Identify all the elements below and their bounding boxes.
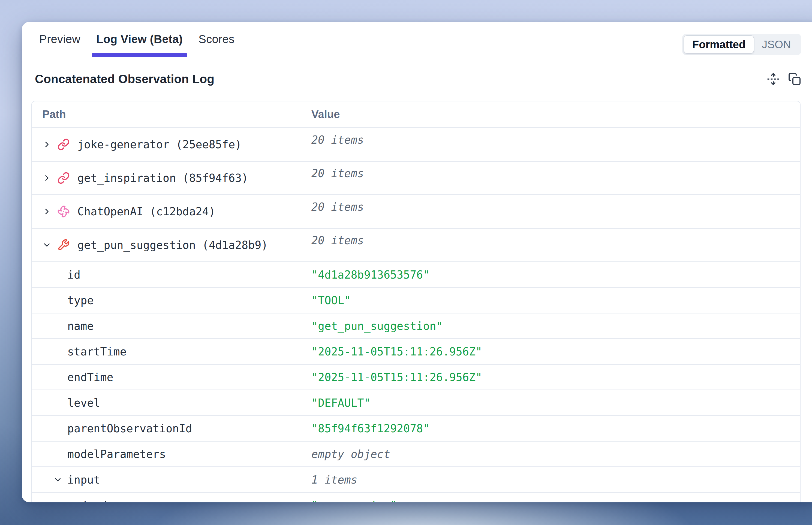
value-text: "get_pun_suggestion" [311, 320, 443, 332]
path-label: endTime [67, 371, 114, 384]
observation-log-table: Path Value joke-generator (25ee85fe) 20 … [31, 101, 800, 502]
chevron-right-icon[interactable] [42, 139, 53, 150]
table-row[interactable]: level "DEFAULT" [32, 390, 800, 415]
column-header-value: Value [311, 108, 340, 120]
table-row[interactable]: input 1 items [32, 466, 800, 492]
path-label: level [67, 396, 100, 409]
link-icon [57, 138, 70, 151]
value-text: 20 items [311, 134, 364, 146]
value-text: "4d1a28b913653576" [311, 269, 429, 281]
value-text: "85f94f63f1292078" [311, 422, 429, 435]
log-view-panel: PreviewLog View (Beta)Scores FormattedJS… [22, 22, 812, 502]
path-label: id [67, 269, 80, 281]
table-row[interactable]: topic "programming" [32, 492, 800, 502]
table-row[interactable]: endTime "2025-11-05T15:11:26.956Z" [32, 364, 800, 390]
value-text: "2025-11-05T15:11:26.956Z" [311, 371, 482, 384]
value-text: 20 items [311, 167, 364, 180]
value-text: 1 items [311, 474, 357, 486]
value-text: "programming" [311, 499, 397, 502]
table-row[interactable]: name "get_pun_suggestion" [32, 313, 800, 338]
chevron-right-icon[interactable] [42, 206, 53, 217]
value-text: empty object [311, 448, 390, 460]
table-row[interactable]: id "4d1a28b913653576" [32, 261, 800, 287]
wrench-icon [57, 239, 70, 251]
table-row[interactable]: ChatOpenAI (c12bda24) 20 items [32, 194, 800, 228]
table-row[interactable]: startTime "2025-11-05T15:11:26.956Z" [32, 338, 800, 364]
value-text: "TOOL" [311, 294, 351, 307]
copy-icon[interactable] [788, 73, 801, 86]
format-toggle[interactable]: FormattedJSON [682, 34, 801, 55]
fan-icon [57, 205, 70, 218]
value-text: "2025-11-05T15:11:26.956Z" [311, 345, 482, 358]
chevron-right-icon[interactable] [42, 172, 53, 183]
value-text: "DEFAULT" [311, 396, 371, 409]
tab-scores[interactable]: Scores [198, 22, 235, 57]
path-label: modelParameters [67, 448, 166, 460]
path-label: get_inspiration (85f94f63) [77, 172, 248, 184]
path-label: get_pun_suggestion (4d1a28b9) [77, 239, 268, 251]
table-row[interactable]: parentObservationId "85f94f63f1292078" [32, 415, 800, 441]
chevron-down-icon[interactable] [42, 240, 53, 251]
path-label: ChatOpenAI (c12bda24) [77, 205, 216, 218]
value-text: 20 items [311, 234, 364, 247]
table-row[interactable]: get_inspiration (85f94f63) 20 items [32, 161, 800, 194]
path-label: topic [82, 499, 115, 502]
path-label: input [67, 474, 100, 486]
link-icon [57, 172, 70, 184]
unfold-vertical-icon[interactable] [767, 73, 780, 86]
path-label: joke-generator (25ee85fe) [77, 138, 241, 151]
path-label: startTime [67, 345, 127, 358]
table-row[interactable]: get_pun_suggestion (4d1a28b9) 20 items [32, 228, 800, 261]
chevron-down-icon[interactable] [53, 474, 63, 485]
column-header-path: Path [32, 108, 311, 120]
toggle-option-json[interactable]: JSON [754, 36, 799, 53]
table-row[interactable]: type "TOOL" [32, 287, 800, 313]
tab-preview[interactable]: Preview [39, 22, 80, 57]
path-label: type [67, 294, 93, 307]
toggle-option-formatted[interactable]: Formatted [684, 36, 754, 53]
page-title: Concatenated Observation Log [35, 72, 214, 86]
section-header: Concatenated Observation Log [22, 57, 812, 101]
path-label: name [67, 320, 93, 332]
path-label: parentObservationId [67, 422, 192, 435]
table-header: Path Value [32, 101, 800, 127]
table-row[interactable]: joke-generator (25ee85fe) 20 items [32, 127, 800, 161]
table-row[interactable]: modelParameters empty object [32, 441, 800, 466]
tab-log-view-beta[interactable]: Log View (Beta) [96, 22, 183, 57]
value-text: 20 items [311, 200, 364, 213]
header-actions [767, 73, 801, 86]
